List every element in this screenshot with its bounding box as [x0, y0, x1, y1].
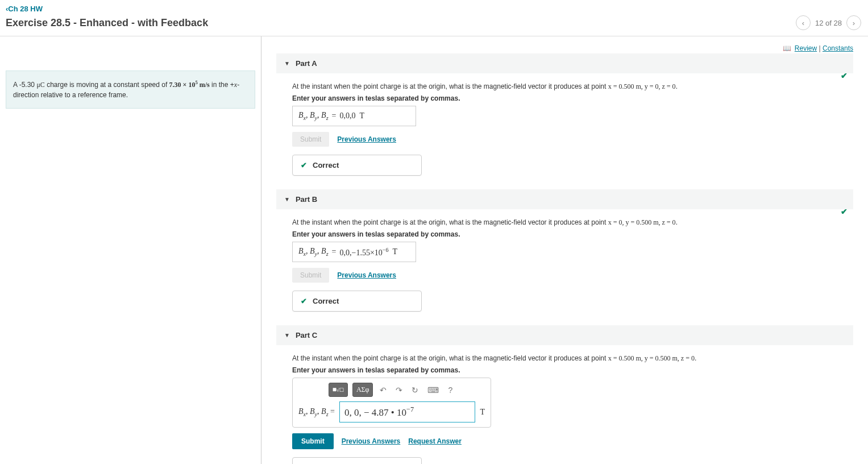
part-a-header[interactable]: ▼ Part A ✔: [276, 53, 853, 73]
part-c-feedback: ✖ Incorrect; Try Again: [292, 457, 422, 464]
help-icon[interactable]: ?: [446, 384, 455, 396]
check-icon: ✔: [301, 297, 307, 305]
part-a-previous-answers-link[interactable]: Previous Answers: [337, 135, 396, 143]
part-b-header[interactable]: ▼ Part B ✔: [276, 189, 853, 209]
keyboard-icon[interactable]: ⌨: [425, 384, 441, 396]
part-c-prompt: At the instant when the point charge is …: [292, 354, 853, 363]
part-c-editor: ■√☐ ΑΣφ ↶ ↷ ↻ ⌨ ? Bx, By, Bz = 0, 0, − 4…: [292, 378, 491, 428]
part-a-prompt: At the instant when the point charge is …: [292, 82, 853, 91]
chevron-left-icon: ‹: [802, 19, 804, 27]
part-a-answer-box: Bx, By, Bz = 0,0,0 T: [292, 106, 416, 126]
part-b-prompt: At the instant when the point charge is …: [292, 218, 853, 227]
part-c-previous-answers-link[interactable]: Previous Answers: [342, 437, 401, 445]
constants-link[interactable]: Constants: [823, 44, 853, 52]
part-b-submit-button: Submit: [292, 268, 329, 283]
part-c-submit-button[interactable]: Submit: [292, 433, 334, 449]
chevron-down-icon: ▼: [284, 196, 290, 202]
prev-page-button[interactable]: ‹: [796, 15, 811, 30]
back-link[interactable]: ‹Ch 28 HW: [0, 0, 868, 15]
chevron-right-icon: ›: [853, 19, 855, 27]
page-title: Exercise 28.5 - Enhanced - with Feedback: [6, 17, 208, 29]
part-c-answer-input[interactable]: 0, 0, − 4.87 • 10−7: [339, 401, 475, 422]
check-icon: ✔: [301, 161, 307, 169]
part-c-unit: T: [480, 408, 485, 417]
part-c-label: Part C: [296, 331, 317, 339]
part-a-instruction: Enter your answers in teslas separated b…: [292, 94, 853, 102]
part-b-answer-box: Bx, By, Bz = 0,0,−1.55×10−6 T: [292, 242, 416, 263]
part-b-feedback: ✔ Correct: [292, 291, 422, 312]
problem-statement: A -5.30 μC charge is moving at a constan…: [6, 71, 255, 109]
part-b-previous-answers-link[interactable]: Previous Answers: [337, 271, 396, 279]
reset-icon[interactable]: ↻: [409, 384, 421, 396]
pager-label: 12 of 28: [815, 19, 842, 27]
check-icon: ✔: [841, 71, 848, 80]
part-c-request-answer-link[interactable]: Request Answer: [408, 437, 462, 445]
undo-icon[interactable]: ↶: [377, 384, 389, 396]
symbols-button[interactable]: ΑΣφ: [352, 383, 373, 397]
book-icon: 📖: [783, 44, 791, 52]
check-icon: ✔: [841, 207, 848, 216]
part-a-feedback: ✔ Correct: [292, 155, 422, 176]
part-b-instruction: Enter your answers in teslas separated b…: [292, 230, 853, 238]
part-b-label: Part B: [296, 195, 317, 204]
part-a-submit-button: Submit: [292, 132, 329, 147]
redo-icon[interactable]: ↷: [393, 384, 405, 396]
part-c-instruction: Enter your answers in teslas separated b…: [292, 366, 853, 374]
part-c-header[interactable]: ▼ Part C: [276, 325, 853, 345]
template-button[interactable]: ■√☐: [329, 383, 348, 397]
chevron-down-icon: ▼: [284, 332, 290, 338]
part-a-label: Part A: [296, 59, 317, 68]
review-link[interactable]: Review: [795, 44, 817, 52]
chevron-down-icon: ▼: [284, 60, 290, 67]
part-c-lhs: Bx, By, Bz =: [298, 407, 335, 417]
next-page-button[interactable]: ›: [846, 15, 861, 30]
